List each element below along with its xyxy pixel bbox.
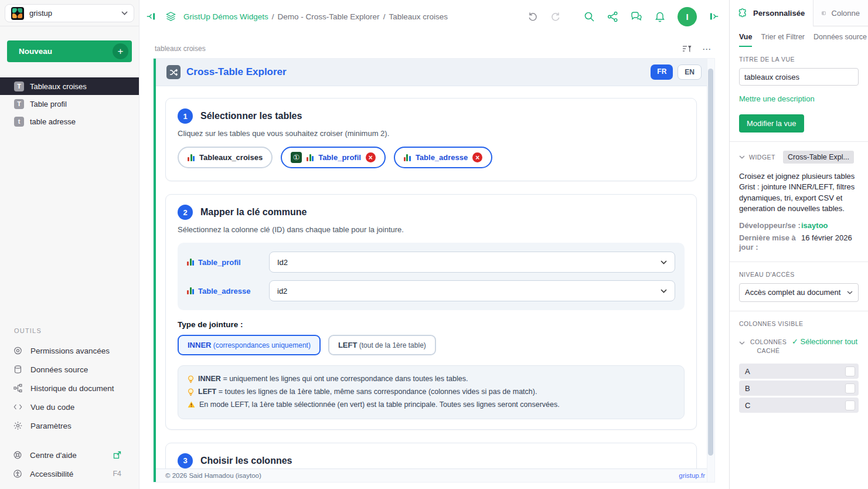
- subtab-trier-filtrer[interactable]: Trier et Filtrer: [761, 33, 805, 47]
- mapping-table-link[interactable]: Table_profil: [187, 258, 263, 267]
- widget-section-label: tableaux croises: [155, 45, 206, 53]
- chevron-down-icon[interactable]: [739, 341, 745, 345]
- step2-title: Mapper la clé commune: [200, 207, 307, 218]
- sidebar-page-tableaux-croises[interactable]: T Tableaux croises: [0, 77, 139, 95]
- column-row-a[interactable]: A: [739, 364, 859, 379]
- sidebar-page-table-adresse[interactable]: t table adresse: [0, 113, 139, 130]
- modify-view-button[interactable]: Modifier la vue: [739, 114, 804, 133]
- mapping-table-link[interactable]: Table_adresse: [187, 287, 263, 296]
- search-icon[interactable]: [584, 11, 595, 22]
- step2-number: 2: [178, 205, 193, 220]
- column-row-b[interactable]: B: [739, 381, 859, 396]
- column-checkbox[interactable]: [845, 383, 855, 393]
- join-inner-button[interactable]: INNER (correspondances uniquement): [178, 335, 321, 355]
- last-updated-label: Dernière mise à jour :: [739, 233, 801, 253]
- tool-permissions[interactable]: Permissions avancées: [0, 341, 139, 360]
- sidebar-page-table-profil[interactable]: T Table profil: [0, 95, 139, 113]
- share-icon[interactable]: [607, 11, 618, 22]
- step1-number: 1: [178, 108, 193, 124]
- table-pill-label: Tableaux_croises: [199, 153, 263, 162]
- column-label: B: [745, 384, 750, 393]
- lifebuoy-icon: [13, 450, 22, 460]
- table-pill-table-profil[interactable]: ① Table_profil ×: [281, 147, 386, 168]
- tab-personnalisee[interactable]: Personnalisée: [730, 0, 813, 26]
- external-link-icon: [113, 451, 121, 459]
- chat-icon[interactable]: [631, 11, 642, 22]
- widget-scrollbar-thumb[interactable]: [708, 69, 713, 456]
- chevron-down-icon[interactable]: [739, 155, 745, 159]
- table-pill-label: Table_profil: [318, 153, 361, 162]
- column-row-c[interactable]: C: [739, 398, 859, 413]
- join-type-buttons: INNER (correspondances uniquement) LEFT …: [178, 335, 685, 355]
- widget-footer: © 2026 Said Hamadou (isaytoo) gristup.fr: [156, 468, 714, 482]
- table-pill-tableaux-croises[interactable]: Tableaux_croises: [178, 147, 273, 168]
- subtab-donnees-source[interactable]: Données source: [813, 33, 867, 47]
- tool-donnees-source[interactable]: Données source: [0, 360, 139, 379]
- developer-link[interactable]: isaytoo: [801, 221, 828, 230]
- breadcrumb-workspace[interactable]: GristUp Démos Widgets: [183, 12, 268, 21]
- key-select-value: Id2: [277, 258, 288, 267]
- kebab-menu-icon[interactable]: ⋯: [702, 46, 712, 52]
- mapping-table-name: Table_profil: [198, 258, 241, 267]
- key-select-table-adresse[interactable]: id2: [269, 280, 675, 301]
- widget-selector[interactable]: Cross-Table Expl...: [783, 151, 854, 164]
- shuffle-icon: [166, 65, 181, 79]
- key-select-table-profil[interactable]: Id2: [269, 252, 675, 273]
- header-actions: I: [527, 7, 719, 26]
- table-pill-table-adresse[interactable]: Table_adresse ×: [394, 147, 492, 168]
- remove-table-icon[interactable]: ×: [472, 152, 482, 162]
- widget-label: WIDGET: [749, 154, 775, 161]
- footer-site-link[interactable]: gristup.fr: [679, 472, 705, 479]
- column-checkbox[interactable]: [845, 400, 855, 410]
- info-line-left: LEFT = toutes les lignes de la 1ère tabl…: [188, 386, 675, 399]
- expand-right-icon[interactable]: [709, 12, 719, 21]
- avatar[interactable]: I: [678, 7, 697, 26]
- add-description-link[interactable]: Mettre une description: [739, 94, 859, 103]
- accessibility-icon: [13, 469, 22, 478]
- mapping-row: Table_profil Id2: [187, 252, 675, 273]
- new-document-button[interactable]: Nouveau +: [7, 40, 132, 62]
- lang-en-button[interactable]: EN: [678, 64, 702, 80]
- breadcrumb-document[interactable]: Demo - Cross-Table Explorer: [278, 12, 380, 21]
- bell-icon[interactable]: [655, 11, 665, 22]
- lang-fr-button[interactable]: FR: [651, 64, 673, 80]
- tool-label: Permissions avancées: [30, 347, 110, 355]
- help-center-link[interactable]: Centre d'aide: [0, 446, 139, 464]
- undo-icon[interactable]: [527, 11, 538, 22]
- page-label: Tableaux croises: [30, 82, 87, 91]
- select-all-columns-link[interactable]: ✓ Sélectionner tout: [792, 337, 859, 347]
- page-label: table adresse: [30, 117, 76, 126]
- step3-number: 3: [178, 453, 193, 468]
- view-title-input[interactable]: [739, 68, 859, 86]
- view-title-section: TITRE DE LA VUE Mettre une description M…: [730, 47, 868, 141]
- access-level-select[interactable]: Accès complet au document: [739, 283, 859, 302]
- collapse-left-icon[interactable]: [147, 12, 156, 21]
- top-header: GristUp Démos Widgets / Demo - Cross-Tab…: [139, 0, 729, 33]
- grist-logo-icon: [11, 7, 24, 20]
- bulb-icon: [188, 375, 194, 384]
- column-checkbox[interactable]: [845, 366, 855, 376]
- subtab-vue[interactable]: Vue: [739, 33, 752, 47]
- redo-icon[interactable]: [550, 11, 561, 22]
- info-line-warning: En mode LEFT, la 1ère table sélectionnée…: [188, 399, 675, 412]
- widget-label-row: tableaux croises ⋯: [139, 33, 729, 59]
- join-left-button[interactable]: LEFT (tout de la 1ère table): [328, 335, 436, 355]
- sort-filter-icon[interactable]: [682, 45, 692, 53]
- tool-parametres[interactable]: Paramètres: [0, 416, 139, 435]
- tool-vue-du-code[interactable]: Vue du code: [0, 398, 139, 416]
- access-level-value: Accès complet au document: [745, 288, 840, 297]
- workspace-switcher[interactable]: gristup: [5, 4, 134, 22]
- tool-label: Historique du document: [30, 384, 114, 393]
- last-updated-value: 16 février 2026: [801, 233, 852, 253]
- column-label: C: [745, 401, 750, 410]
- accessibility-item[interactable]: Accessibilité F4: [0, 464, 139, 483]
- layers-icon: [165, 11, 176, 22]
- remove-table-icon[interactable]: ×: [366, 152, 376, 162]
- bar-chart-icon: [188, 154, 195, 161]
- widget-scrollbar-track[interactable]: [707, 59, 714, 482]
- tab-colonne[interactable]: Colonne: [813, 0, 868, 26]
- tool-historique[interactable]: Historique du document: [0, 379, 139, 398]
- plus-icon: +: [113, 43, 128, 59]
- step3-title: Choisir les colonnes: [200, 456, 292, 466]
- join-type-label: Type de jointure :: [178, 320, 685, 329]
